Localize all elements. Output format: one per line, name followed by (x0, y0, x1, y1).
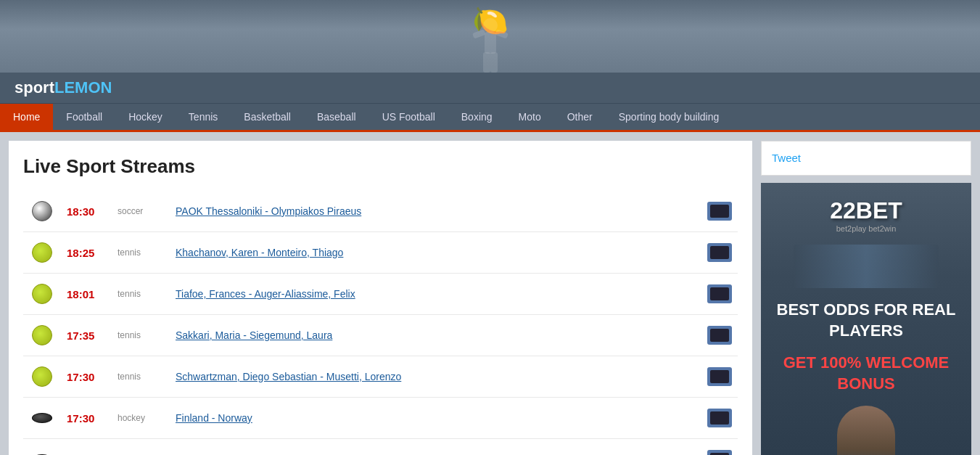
stream-row: 17:30hockeyFinland - Norway (23, 398, 738, 439)
site-logo: sportLEMON (15, 78, 112, 97)
watch-icon[interactable] (707, 284, 732, 303)
sport-icon (29, 198, 55, 224)
ad-headline: BEST ODDS FOR REAL PLAYERS (775, 300, 957, 341)
nav-link-baseball[interactable]: Baseball (304, 104, 369, 130)
sport-icon-cell (23, 398, 61, 439)
logo-bar: sportLEMON (0, 73, 980, 103)
ad-box[interactable]: 22BET bet2play bet2win BEST ODDS FOR REA… (761, 183, 971, 455)
stream-row: 17:35tennisSakkari, Maria - Siegemund, L… (23, 315, 738, 356)
tennis-icon (32, 366, 52, 387)
watch-icon[interactable] (707, 409, 732, 427)
stream-row: 18:01tennisTiafoe, Frances - Auger-Alias… (23, 274, 738, 315)
svg-rect-2 (472, 29, 486, 38)
sport-type-label: tennis (112, 232, 170, 274)
nav-link-tennis[interactable]: Tennis (176, 104, 231, 130)
match-name-cell: PAOK Thessaloniki - Olympiakos Piraeus (170, 191, 701, 232)
watch-icon[interactable] (707, 367, 732, 386)
nav-item-football: Football (53, 104, 115, 130)
sport-icon (29, 239, 55, 266)
tv-icon-cell[interactable] (701, 274, 738, 315)
stream-row: 18:25tennisKhachanov, Karen - Monteiro, … (23, 232, 738, 274)
tv-screen (710, 246, 729, 259)
match-name-cell: Schwartzman, Diego Sebastian - Musetti, … (170, 356, 701, 398)
nav-link-football[interactable]: Football (53, 104, 115, 130)
main-nav: HomeFootballHockeyTennisBasketballBaseba… (0, 103, 980, 132)
match-time: 18:01 (61, 274, 112, 315)
sport-type-label: soccer (112, 191, 170, 232)
ad-image-placeholder (794, 245, 939, 288)
match-name-cell: Finland - Norway (170, 398, 701, 439)
tv-screen (710, 370, 729, 383)
nav-link-hockey[interactable]: Hockey (115, 104, 176, 130)
sport-icon-cell (23, 439, 61, 456)
sport-icon (29, 281, 55, 307)
match-link[interactable]: Tiafoe, Frances - Auger-Aliassime, Felix (176, 288, 355, 300)
header-banner: 🍋 (0, 0, 980, 73)
sport-type-label: hockey (112, 439, 170, 456)
tennis-icon (32, 325, 52, 345)
nav-item-other: Other (554, 104, 606, 130)
tennis-icon (32, 242, 52, 263)
tweet-label[interactable]: Tweet (772, 152, 801, 164)
content-panel: Live Sport Streams 18:30soccerPAOK Thess… (9, 141, 752, 455)
nav-link-sporting-body[interactable]: Sporting body building (606, 104, 733, 130)
tv-icon-cell[interactable] (701, 232, 738, 274)
svg-rect-5 (490, 52, 498, 73)
svg-rect-3 (495, 29, 508, 38)
watch-icon[interactable] (707, 450, 732, 455)
match-link[interactable]: Sakkari, Maria - Siegemund, Laura (176, 329, 332, 341)
tweet-box: Tweet (761, 141, 971, 176)
tv-screen (710, 411, 729, 425)
watch-icon[interactable] (707, 202, 732, 221)
ad-logo: 22BET bet2play bet2win (830, 197, 902, 233)
svg-rect-4 (483, 52, 490, 73)
nav-item-hockey: Hockey (115, 104, 176, 130)
match-link[interactable]: Schwartzman, Diego Sebastian - Musetti, … (176, 371, 401, 382)
soccer-icon (32, 201, 52, 221)
nav-item-us-football: US Football (369, 104, 448, 130)
sport-type-label: tennis (112, 356, 170, 398)
match-name-cell: Slovakia - Czech Republic (170, 439, 701, 456)
sport-type-label: hockey (112, 398, 170, 439)
nav-link-moto[interactable]: Moto (506, 104, 554, 130)
nav-link-other[interactable]: Other (554, 104, 606, 130)
nav-item-moto: Moto (506, 104, 554, 130)
logo-sport: sport (15, 78, 54, 97)
match-time: 17:30 (61, 439, 112, 456)
watch-icon[interactable] (707, 326, 732, 345)
nav-item-tennis: Tennis (176, 104, 231, 130)
tv-icon-cell[interactable] (701, 191, 738, 232)
sport-icon-cell (23, 191, 61, 232)
tv-screen (710, 287, 729, 300)
nav-link-us-football[interactable]: US Football (369, 104, 448, 130)
ad-athlete-figure (837, 406, 895, 455)
watch-icon[interactable] (707, 243, 732, 262)
stream-row: 17:30hockeySlovakia - Czech Republic (23, 439, 738, 456)
sport-icon (29, 446, 55, 455)
sport-icon (29, 405, 55, 431)
svg-rect-1 (485, 32, 496, 54)
match-link[interactable]: Finland - Norway (176, 412, 252, 424)
match-link[interactable]: Khachanov, Karen - Monteiro, Thiago (176, 247, 343, 258)
match-time: 17:35 (61, 315, 112, 356)
match-time: 17:30 (61, 398, 112, 439)
match-link[interactable]: PAOK Thessaloniki - Olympiakos Piraeus (176, 205, 361, 217)
logo-lemon: LEMON (54, 78, 112, 97)
nav-link-boxing[interactable]: Boxing (448, 104, 506, 130)
tv-icon-cell[interactable] (701, 356, 738, 398)
nav-link-basketball[interactable]: Basketball (231, 104, 304, 130)
stream-row: 17:30tennisSchwartzman, Diego Sebastian … (23, 356, 738, 398)
tv-screen (710, 329, 729, 342)
sport-icon-cell (23, 232, 61, 274)
match-name-cell: Khachanov, Karen - Monteiro, Thiago (170, 232, 701, 274)
hockey-icon (32, 413, 52, 423)
tv-icon-cell[interactable] (701, 315, 738, 356)
nav-item-home: Home (0, 104, 53, 130)
sport-type-label: tennis (112, 274, 170, 315)
sport-icon (29, 364, 55, 390)
ad-tagline: bet2play bet2win (830, 224, 902, 233)
tv-icon-cell[interactable] (701, 439, 738, 456)
nav-item-boxing: Boxing (448, 104, 506, 130)
tv-icon-cell[interactable] (701, 398, 738, 439)
nav-link-home[interactable]: Home (0, 104, 53, 130)
